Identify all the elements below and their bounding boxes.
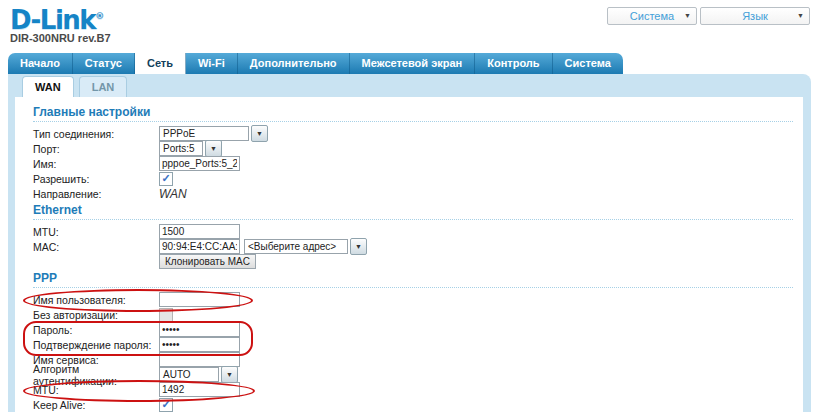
password-confirm-input[interactable] bbox=[159, 337, 240, 352]
connection-type-label: Тип соединения: bbox=[33, 128, 159, 140]
auth-algorithm-row: Алгоритм аутентификации: AUTO ▼ bbox=[33, 367, 793, 382]
password-label: Пароль: bbox=[33, 324, 159, 336]
main-tabbar: Начало Статус Сеть Wi-Fi Дополнительно М… bbox=[8, 53, 623, 74]
subtabs: WAN LAN bbox=[22, 76, 127, 97]
tab-firewall[interactable]: Межсетевой экран bbox=[350, 53, 476, 74]
mac-label: MAC: bbox=[33, 241, 159, 253]
dlink-logo: D-Link® DIR-300NRU rev.B7 bbox=[10, 3, 111, 44]
auth-algorithm-select[interactable]: AUTO ▼ bbox=[159, 366, 238, 383]
port-select[interactable]: Ports:5 ▼ bbox=[159, 140, 222, 157]
checkmark-icon: ✓ bbox=[161, 399, 170, 410]
section-title-ethernet: Ethernet bbox=[33, 203, 793, 217]
password-row: Пароль: bbox=[33, 322, 793, 337]
keep-alive-label: Keep Alive: bbox=[33, 399, 159, 411]
subtab-lan[interactable]: LAN bbox=[79, 76, 128, 97]
checkmark-icon: ✓ bbox=[161, 173, 170, 184]
top-right-menus: Система ▼ Язык ▼ bbox=[607, 7, 810, 25]
dlink-logo-text: D-Link® bbox=[10, 3, 111, 33]
enable-checkbox[interactable]: ✓ bbox=[159, 172, 173, 186]
section-title-ppp: PPP bbox=[33, 271, 793, 285]
device-model-label: DIR-300NRU rev.B7 bbox=[10, 32, 111, 44]
no-auth-label: Без авторизации: bbox=[33, 309, 159, 321]
username-row-wrapper: Имя пользователя: bbox=[33, 292, 793, 307]
ppp-mtu-label: MTU: bbox=[33, 384, 159, 396]
auth-algorithm-value: AUTO bbox=[159, 367, 219, 382]
content-panel: Главные настройки Тип соединения: PPPoE … bbox=[8, 97, 811, 412]
chevron-down-icon: ▼ bbox=[684, 12, 691, 19]
ppp-mtu-wrapper: MTU: bbox=[33, 382, 793, 397]
port-value: Ports:5 bbox=[159, 141, 203, 156]
tab-system[interactable]: Система bbox=[553, 53, 623, 74]
tab-wifi[interactable]: Wi-Fi bbox=[186, 53, 238, 74]
port-label: Порт: bbox=[33, 143, 159, 155]
enable-label: Разрешить: bbox=[33, 173, 159, 185]
ppp-mtu-row: MTU: bbox=[33, 382, 793, 397]
tab-status[interactable]: Статус bbox=[73, 53, 135, 74]
subtab-strip: WAN LAN bbox=[8, 74, 811, 97]
direction-label: Направление: bbox=[33, 188, 159, 200]
mac-address-select[interactable]: <Выберите адрес> ▼ bbox=[244, 238, 367, 255]
passwords-wrapper: Пароль: Подтверждение пароля: bbox=[33, 322, 793, 352]
ppp-mtu-input[interactable] bbox=[159, 382, 240, 397]
tab-control[interactable]: Контроль bbox=[475, 53, 552, 74]
name-row: Имя: bbox=[33, 156, 793, 171]
password-input[interactable] bbox=[159, 322, 240, 337]
section-title-main: Главные настройки bbox=[33, 105, 793, 119]
subtab-wan[interactable]: WAN bbox=[22, 76, 74, 97]
tab-network[interactable]: Сеть bbox=[135, 53, 186, 74]
section-divider bbox=[33, 287, 793, 288]
system-menu-label: Система bbox=[630, 10, 674, 22]
language-menu-label: Язык bbox=[742, 10, 768, 22]
chevron-down-icon[interactable]: ▼ bbox=[350, 238, 367, 255]
chevron-down-icon[interactable]: ▼ bbox=[221, 366, 238, 383]
tab-advanced[interactable]: Дополнительно bbox=[238, 53, 350, 74]
mac-input[interactable] bbox=[159, 239, 240, 254]
direction-row: Направление: WAN bbox=[33, 186, 793, 201]
language-menu-dropdown[interactable]: Язык ▼ bbox=[700, 7, 810, 25]
connection-type-row: Тип соединения: PPPoE ▼ bbox=[33, 126, 793, 141]
clone-mac-button[interactable]: Клонировать MAC bbox=[159, 254, 256, 269]
username-input[interactable] bbox=[159, 292, 240, 307]
chevron-down-icon: ▼ bbox=[797, 12, 804, 19]
enable-row: Разрешить: ✓ bbox=[33, 171, 793, 186]
connection-type-value: PPPoE bbox=[159, 126, 249, 141]
keep-alive-checkbox[interactable]: ✓ bbox=[159, 398, 173, 412]
username-label: Имя пользователя: bbox=[33, 294, 159, 306]
ethernet-mtu-label: MTU: bbox=[33, 226, 159, 238]
direction-value: WAN bbox=[159, 187, 187, 201]
no-auth-checkbox[interactable] bbox=[159, 308, 173, 322]
system-menu-dropdown[interactable]: Система ▼ bbox=[607, 7, 697, 25]
ethernet-mtu-input[interactable] bbox=[159, 224, 240, 239]
name-label: Имя: bbox=[33, 158, 159, 170]
mac-select-value: <Выберите адрес> bbox=[244, 239, 348, 254]
section-divider bbox=[33, 219, 793, 220]
no-auth-row: Без авторизации: bbox=[33, 307, 793, 322]
chevron-down-icon[interactable]: ▼ bbox=[205, 140, 222, 157]
section-divider bbox=[33, 121, 793, 122]
password-confirm-label: Подтверждение пароля: bbox=[33, 339, 159, 351]
port-row: Порт: Ports:5 ▼ bbox=[33, 141, 793, 156]
tab-home[interactable]: Начало bbox=[8, 53, 73, 74]
registered-mark: ® bbox=[95, 11, 104, 21]
name-input[interactable] bbox=[159, 156, 240, 171]
service-name-input[interactable] bbox=[159, 352, 240, 367]
password-confirm-row: Подтверждение пароля: bbox=[33, 337, 793, 352]
chevron-down-icon[interactable]: ▼ bbox=[251, 125, 268, 142]
clone-mac-row: Клонировать MAC bbox=[33, 254, 793, 269]
keep-alive-row: Keep Alive: ✓ bbox=[33, 397, 793, 412]
ethernet-mtu-row: MTU: bbox=[33, 224, 793, 239]
mac-row: MAC: <Выберите адрес> ▼ bbox=[33, 239, 793, 254]
username-row: Имя пользователя: bbox=[33, 292, 793, 307]
